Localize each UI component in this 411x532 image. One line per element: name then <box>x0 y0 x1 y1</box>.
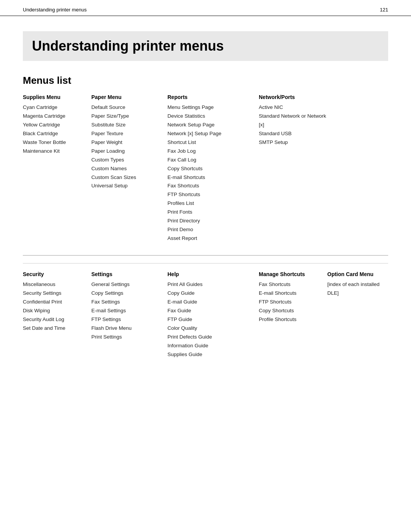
menu-col-manage-shortcuts-menu: Manage ShortcutsFax ShortcutsE-mail Shor… <box>259 271 327 359</box>
menu-col-paper-menu: Paper MenuDefault SourcePaper Size/TypeS… <box>91 94 167 243</box>
menu-header-manage-shortcuts-menu: Manage Shortcuts <box>259 271 320 277</box>
menu-item: Supplies Guide <box>167 350 251 359</box>
bottom-menus-grid: SecurityMiscellaneousSecurity SettingsCo… <box>23 263 388 359</box>
menu-item: Waste Toner Bottle <box>23 138 84 147</box>
menu-item: Print All Guides <box>167 280 251 289</box>
menu-item: Fax Shortcuts <box>167 182 251 190</box>
menu-item: Shortcut List <box>167 138 251 147</box>
menu-item: Profile Shortcuts <box>259 315 320 324</box>
menu-item: Disk Wiping <box>23 307 84 315</box>
menu-item: Security Audit Log <box>23 315 84 324</box>
menu-item: General Settings <box>91 280 160 289</box>
menu-item: Fax Guide <box>167 307 251 315</box>
menu-item: Device Statistics <box>167 112 251 121</box>
menu-item: Fax Call Log <box>167 156 251 165</box>
menu-header-security-menu: Security <box>23 271 84 277</box>
menu-item: Magenta Cartridge <box>23 112 84 121</box>
menu-header-help-menu: Help <box>167 271 251 277</box>
menu-item: FTP Settings <box>91 315 160 324</box>
menu-item: FTP Guide <box>167 315 251 324</box>
menu-item: Menu Settings Page <box>167 103 251 112</box>
menu-item: FTP Shortcuts <box>167 190 251 199</box>
menu-item: Print Demo <box>167 225 251 234</box>
menu-item: FTP Shortcuts <box>259 298 320 307</box>
menu-header-option-card-menu: Option Card Menu <box>327 271 381 277</box>
menu-header-paper-menu: Paper Menu <box>91 94 160 100</box>
header-title: Understanding printer menus <box>23 7 87 13</box>
menu-item: SMTP Setup <box>259 138 327 147</box>
menu-item: Paper Size/Type <box>91 112 160 121</box>
menu-item: Paper Texture <box>91 129 160 138</box>
menu-item: Copy Guide <box>167 289 251 298</box>
menu-item: Yellow Cartridge <box>23 121 84 129</box>
menu-col-security-menu: SecurityMiscellaneousSecurity SettingsCo… <box>23 271 91 359</box>
menu-item: Default Source <box>91 103 160 112</box>
menu-item: Security Settings <box>23 289 84 298</box>
menu-col-supplies-menu: Supplies MenuCyan CartridgeMagenta Cartr… <box>23 94 91 243</box>
menu-item: Fax Shortcuts <box>259 280 320 289</box>
main-page-title: Understanding printer menus <box>23 31 388 61</box>
menu-col-settings-menu: SettingsGeneral SettingsCopy SettingsFax… <box>91 271 167 359</box>
menu-item: Miscellaneous <box>23 280 84 289</box>
menu-item: Custom Scan Sizes <box>91 173 160 182</box>
menu-item: Maintenance Kit <box>23 147 84 156</box>
menu-item: Copy Shortcuts <box>259 307 320 315</box>
section-divider <box>23 255 388 256</box>
menu-col-help-menu: HelpPrint All GuidesCopy GuideE-mail Gui… <box>167 271 259 359</box>
section-title: Menus list <box>23 75 388 86</box>
menu-item: [index of each installed DLE] <box>327 280 381 298</box>
menu-item: Universal Setup <box>91 182 160 190</box>
menu-item: Copy Settings <box>91 289 160 298</box>
menu-item: Paper Weight <box>91 138 160 147</box>
menu-item: Paper Loading <box>91 147 160 156</box>
menu-item: E-mail Guide <box>167 298 251 307</box>
menu-item: Set Date and Time <box>23 324 84 333</box>
menu-item: Active NIC <box>259 103 327 112</box>
menu-item: Color Quality <box>167 324 251 333</box>
menu-item: Information Guide <box>167 342 251 350</box>
menu-item: Profiles List <box>167 199 251 208</box>
top-menus-grid: Supplies MenuCyan CartridgeMagenta Cartr… <box>23 94 388 243</box>
menu-item: Asset Report <box>167 234 251 243</box>
menu-header-reports-menu: Reports <box>167 94 251 100</box>
menu-item: Fax Settings <box>91 298 160 307</box>
page-number: 121 <box>380 7 388 13</box>
menu-item: Confidential Print <box>23 298 84 307</box>
menu-item: Network [x] Setup Page <box>167 129 251 138</box>
menu-item: Black Cartridge <box>23 129 84 138</box>
menu-item: Custom Types <box>91 156 160 165</box>
menu-item: Print Fonts <box>167 208 251 217</box>
menu-col-network-ports-menu: Network/PortsActive NICStandard Network … <box>259 94 335 243</box>
menu-col-reports-menu: ReportsMenu Settings PageDevice Statisti… <box>167 94 259 243</box>
menu-item: Print Directory <box>167 217 251 225</box>
menu-header-supplies-menu: Supplies Menu <box>23 94 84 100</box>
menu-item: Custom Names <box>91 165 160 173</box>
menu-item: E-mail Settings <box>91 307 160 315</box>
menu-item: Cyan Cartridge <box>23 103 84 112</box>
menu-header-network-ports-menu: Network/Ports <box>259 94 327 100</box>
menu-item: Standard Network or Network [x] <box>259 112 327 129</box>
menu-item: Print Defects Guide <box>167 333 251 342</box>
menu-header-settings-menu: Settings <box>91 271 160 277</box>
menu-item: E-mail Shortcuts <box>167 173 251 182</box>
menu-item: Substitute Size <box>91 121 160 129</box>
menu-item: E-mail Shortcuts <box>259 289 320 298</box>
menu-col-option-card-menu: Option Card Menu[index of each installed… <box>327 271 388 359</box>
menu-item: Standard USB <box>259 129 327 138</box>
menu-item: Network Setup Page <box>167 121 251 129</box>
menu-item: Print Settings <box>91 333 160 342</box>
menu-item: Copy Shortcuts <box>167 165 251 173</box>
menu-item: Flash Drive Menu <box>91 324 160 333</box>
menu-item: Fax Job Log <box>167 147 251 156</box>
